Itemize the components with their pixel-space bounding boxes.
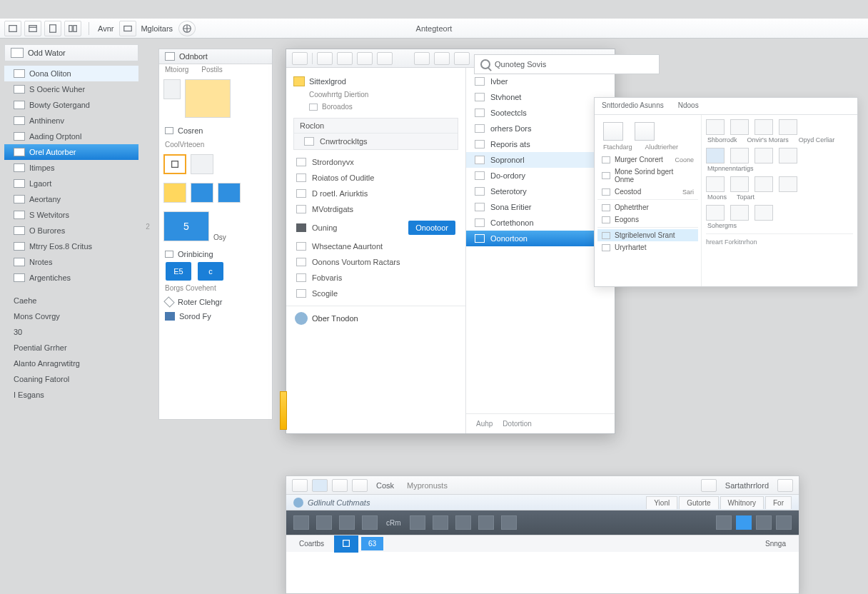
menubar-btn-2[interactable] (24, 21, 41, 36)
ribbon-icon[interactable] (410, 515, 425, 530)
ribbon-item[interactable] (755, 119, 773, 135)
dialog-nav-row[interactable]: Stvhonet (466, 89, 615, 105)
strip-tab[interactable]: 63 (361, 537, 383, 550)
dialog-option-row[interactable]: Roiatos of Ouditle (286, 170, 465, 186)
win-tab[interactable]: Whitnory (720, 496, 764, 509)
ribbon-icon[interactable] (776, 515, 792, 530)
sidebar-item[interactable]: Itimpes (4, 160, 138, 176)
dialog-tool-btn[interactable] (414, 52, 430, 65)
dialog-tool-btn[interactable] (357, 52, 373, 65)
ribbon-item[interactable] (706, 119, 725, 135)
search-tab[interactable]: Qunoteg Sovis (474, 54, 660, 74)
strip-tab[interactable]: Snnga (758, 537, 793, 550)
ribbon-icon[interactable] (478, 515, 494, 530)
ribbon-item[interactable] (779, 176, 797, 192)
ribbon-item[interactable] (755, 148, 773, 163)
ribbon-line[interactable]: CeostodSari (597, 186, 698, 198)
ribbon-item[interactable] (755, 176, 773, 192)
gallery-tile[interactable] (191, 154, 213, 174)
dialog-category-item[interactable]: Cnwrtrockltgs (294, 134, 458, 149)
ribbon-line[interactable]: Mone Sorind bgert Onme (597, 166, 698, 186)
ribbon-line[interactable]: Murger CnorertCoone (597, 153, 698, 166)
ribbon-big-btn[interactable] (635, 122, 655, 141)
sidebar-item[interactable]: Aading Orptonl (4, 129, 138, 144)
gallery-subtab-2[interactable]: Postils (201, 66, 222, 74)
ribbon-line[interactable]: Stgribelenvol Srant (597, 229, 698, 241)
dialog-nav-row[interactable]: Cortethonon (466, 215, 615, 231)
strip-tab[interactable]: Coartbs (292, 537, 331, 550)
dialog-option-row[interactable]: D roetI. Ariurktis (286, 186, 465, 201)
sidebar-item[interactable]: Mons Covrgy (4, 308, 138, 324)
tool-btn[interactable] (701, 479, 717, 492)
win-tab[interactable]: Yionl (646, 496, 677, 509)
primary-button[interactable]: Onootoor (408, 221, 455, 235)
ribbon-icon[interactable] (716, 515, 732, 530)
ribbon-icon[interactable] (316, 515, 332, 530)
ribbon-item[interactable] (779, 119, 797, 135)
dialog-nav-row[interactable]: Do-ordory (466, 168, 615, 183)
gallery-tile-blue[interactable] (191, 183, 213, 203)
ribbon-item[interactable] (706, 148, 725, 163)
ribbon-item[interactable] (730, 176, 749, 192)
ribbon-tab[interactable]: Ndoos (671, 98, 706, 114)
globe-icon[interactable] (178, 21, 196, 36)
ribbon-line[interactable]: Uryrhartet (597, 241, 698, 253)
ribbon-line[interactable]: Ophetrther (597, 201, 698, 213)
dialog-nav-row[interactable]: orhers Dors (466, 121, 615, 136)
gallery-title[interactable]: Odnbort (159, 49, 272, 64)
dialog-tool-btn[interactable] (377, 52, 393, 65)
tool-btn[interactable] (777, 479, 793, 492)
ribbon-icon[interactable] (433, 515, 448, 530)
menubar-btn-1[interactable] (4, 21, 21, 36)
gallery-tile-selected[interactable] (163, 154, 186, 174)
tool-btn[interactable] (292, 479, 308, 492)
ribbon-icon[interactable] (501, 515, 517, 530)
ribbon-icon[interactable] (339, 515, 355, 530)
sidebar-item[interactable]: Caehe (4, 293, 138, 308)
ribbon-big-btn[interactable] (603, 122, 623, 141)
dialog-nav-row[interactable]: Seterotory (466, 183, 615, 199)
dialog-option-row[interactable]: Whsectane Aaurtont (286, 238, 465, 254)
sidebar-item[interactable]: Oona Oliton (4, 66, 138, 81)
dialog-nav-row[interactable]: Ivber (466, 74, 615, 89)
strip-tab-active[interactable] (334, 535, 358, 553)
dialog-nav-row[interactable]: Sona Eritier (466, 199, 615, 215)
sidebar-item[interactable]: Bowty Gotergand (4, 97, 138, 113)
sidebar-item[interactable]: S Wetvitors (4, 207, 138, 223)
sidebar-item[interactable]: S Ooeric Wuher (4, 81, 138, 97)
sidebar-item[interactable]: Anthinenv (4, 113, 138, 129)
sidebar-item[interactable]: Nrotes (4, 254, 138, 270)
gallery-folder-tile[interactable] (185, 79, 231, 118)
sidebar-item[interactable]: Alanto Anragrwtitrg (4, 356, 138, 371)
ribbon-item[interactable] (730, 119, 749, 135)
dialog-tool-btn[interactable] (292, 52, 308, 65)
sidebar-item[interactable]: 30 (4, 324, 138, 340)
dialog-option-row[interactable]: OuningOnootoor (286, 217, 465, 238)
dialog-tool-btn[interactable] (434, 52, 450, 65)
ribbon-icon[interactable] (362, 515, 378, 530)
sidebar-item[interactable]: Aeortany (4, 191, 138, 207)
tool-btn[interactable] (332, 479, 348, 492)
ribbon-icon[interactable] (756, 515, 772, 530)
ribbon-tab[interactable]: Snttordedio Asunns (595, 98, 671, 114)
sidebar-item[interactable]: Argentiches (4, 270, 138, 286)
sidebar-item[interactable]: Lgaort (4, 176, 138, 191)
resize-handle[interactable] (280, 391, 287, 430)
ribbon-item[interactable] (755, 205, 773, 221)
ribbon-item[interactable] (730, 148, 749, 163)
sidebar-item[interactable]: Poential Grrher (4, 340, 138, 356)
dialog-nav-row[interactable]: Sopronorl (466, 152, 615, 168)
tool-btn[interactable] (312, 479, 328, 492)
ribbon-icon[interactable] (455, 515, 471, 530)
ribbon-item[interactable] (779, 148, 797, 163)
gallery-pill[interactable]: c (198, 262, 223, 281)
dialog-option-row[interactable]: Strordonyvx (286, 154, 465, 170)
menubar-label-1[interactable]: Avnr (98, 24, 113, 33)
dialog-option-row[interactable]: Fobvaris (286, 270, 465, 286)
sidebar-item[interactable]: Mtrry Eos.8 Critus (4, 238, 138, 254)
ribbon-icon[interactable] (293, 515, 309, 530)
dialog-nav-row[interactable]: Sootectcls (466, 105, 615, 121)
gallery-big-tile[interactable]: 5 (163, 211, 209, 241)
sidebar-header[interactable]: Odd Wator (4, 44, 138, 61)
ribbon-item[interactable] (730, 205, 749, 221)
